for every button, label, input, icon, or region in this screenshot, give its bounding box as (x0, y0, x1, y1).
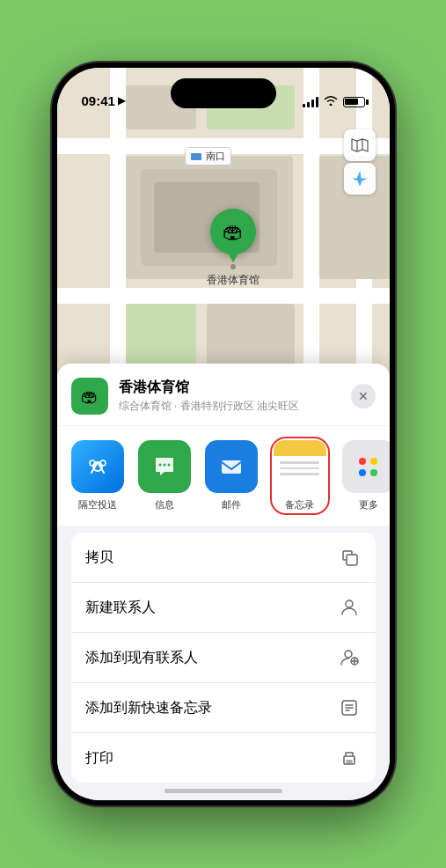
venue-info: 香港体育馆 综合体育馆 · 香港特别行政区 油尖旺区 (119, 379, 340, 414)
share-label-messages: 信息 (155, 498, 174, 511)
share-item-mail[interactable]: 邮件 (205, 440, 258, 511)
status-icons (303, 95, 365, 108)
share-row: 隔空投送 信息 (57, 426, 390, 526)
phone-frame: 09:41 ▶ (52, 63, 395, 805)
action-add-contact-label: 新建联系人 (85, 599, 156, 617)
action-add-contact[interactable]: 新建联系人 (71, 583, 376, 633)
action-print[interactable]: 打印 (71, 733, 376, 783)
action-copy-label: 拷贝 (85, 548, 113, 567)
note-icon (337, 695, 362, 720)
sheet-header: 🏟 香港体育馆 综合体育馆 · 香港特别行政区 油尖旺区 ✕ (57, 364, 390, 425)
phone-screen: 09:41 ▶ (57, 68, 390, 800)
close-button[interactable]: ✕ (351, 384, 376, 408)
action-list: 拷贝 新建联系人 (71, 533, 376, 783)
person-icon (337, 595, 362, 620)
home-indicator (165, 789, 282, 793)
dynamic-island (171, 78, 276, 108)
action-add-existing[interactable]: 添加到现有联系人 (71, 633, 376, 683)
status-time: 09:41 ▶ (82, 93, 125, 108)
venue-name: 香港体育馆 (119, 379, 340, 397)
svg-rect-6 (222, 460, 241, 474)
print-icon (337, 746, 362, 770)
share-item-airdrop[interactable]: 隔空投送 (71, 440, 124, 511)
svg-point-4 (163, 464, 165, 467)
bottom-sheet: 🏟 香港体育馆 综合体育馆 · 香港特别行政区 油尖旺区 ✕ (57, 364, 390, 800)
location-pin: 🏟 香港体育馆 (207, 209, 260, 288)
svg-point-8 (346, 600, 353, 607)
location-icon: ▶ (118, 95, 125, 107)
share-label-notes: 备忘录 (285, 498, 314, 511)
venue-desc: 综合体育馆 · 香港特别行政区 油尖旺区 (119, 399, 340, 414)
action-add-existing-label: 添加到现有联系人 (85, 649, 198, 667)
action-print-label: 打印 (85, 749, 113, 768)
svg-point-3 (158, 464, 161, 467)
person-add-icon (337, 645, 362, 670)
svg-rect-7 (347, 555, 357, 565)
action-copy[interactable]: 拷贝 (71, 533, 376, 583)
copy-icon (337, 545, 362, 570)
venue-icon: 🏟 (71, 378, 108, 415)
share-item-more[interactable]: 更多 (342, 440, 390, 511)
share-item-messages[interactable]: 信息 (138, 440, 191, 511)
action-add-note-label: 添加到新快速备忘录 (85, 699, 212, 717)
pin-label: 香港体育馆 (207, 273, 260, 288)
map-controls[interactable] (344, 129, 376, 195)
svg-point-5 (167, 464, 170, 467)
signal-bars (303, 97, 318, 107)
action-add-note[interactable]: 添加到新快速备忘录 (71, 683, 376, 733)
svg-point-9 (345, 651, 352, 658)
share-item-notes[interactable]: 备忘录 (272, 438, 328, 513)
location-button[interactable] (344, 163, 376, 195)
svg-point-22 (354, 758, 355, 760)
wifi-icon (324, 95, 338, 108)
map-type-button[interactable] (344, 129, 376, 161)
battery-icon (343, 97, 365, 107)
share-label-mail: 邮件 (222, 498, 241, 511)
map-label: 南口 (185, 147, 231, 166)
share-label-more: 更多 (359, 498, 378, 511)
share-label-airdrop: 隔空投送 (78, 498, 117, 511)
